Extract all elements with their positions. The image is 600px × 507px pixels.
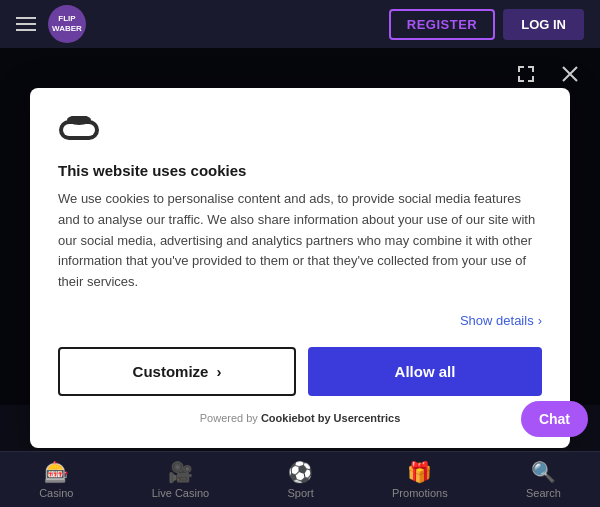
- casino-icon: 🎰: [44, 460, 69, 484]
- chat-button[interactable]: Chat: [521, 401, 588, 437]
- cookie-actions: Customize › Allow all: [58, 347, 542, 396]
- logo: FLIP WABER: [48, 5, 86, 43]
- cookie-title: This website uses cookies: [58, 162, 542, 179]
- svg-rect-1: [63, 124, 95, 136]
- cookie-overlay: This website uses cookies We use cookies…: [0, 48, 600, 451]
- show-details-link[interactable]: Show details ›: [460, 313, 542, 328]
- hamburger-menu[interactable]: [16, 17, 36, 31]
- nav-label-casino: Casino: [39, 487, 73, 499]
- nav-label-sport: Sport: [287, 487, 313, 499]
- show-details-container: Show details ›: [58, 311, 542, 329]
- overlay-icons: [512, 60, 584, 88]
- nav-item-sport[interactable]: ⚽ Sport: [287, 460, 313, 499]
- expand-icon[interactable]: [512, 60, 540, 88]
- nav-right: REGISTER LOG IN: [389, 9, 584, 40]
- promotions-icon: 🎁: [407, 460, 432, 484]
- allow-all-button[interactable]: Allow all: [308, 347, 542, 396]
- nav-label-search: Search: [526, 487, 561, 499]
- chevron-right-icon: ›: [538, 313, 542, 328]
- cookie-body: We use cookies to personalise content an…: [58, 189, 542, 293]
- nav-label-live-casino: Live Casino: [152, 487, 209, 499]
- live-casino-icon: 🎥: [168, 460, 193, 484]
- login-button[interactable]: LOG IN: [503, 9, 584, 40]
- chevron-right-icon: ›: [216, 363, 221, 380]
- nav-item-live-casino[interactable]: 🎥 Live Casino: [152, 460, 209, 499]
- customize-button[interactable]: Customize ›: [58, 347, 296, 396]
- nav-item-search[interactable]: 🔍 Search: [526, 460, 561, 499]
- cookie-brand-logo: [58, 116, 542, 148]
- nav-label-promotions: Promotions: [392, 487, 448, 499]
- nav-item-promotions[interactable]: 🎁 Promotions: [392, 460, 448, 499]
- cookiebot-icon: [58, 116, 100, 144]
- close-icon[interactable]: [556, 60, 584, 88]
- top-nav: FLIP WABER REGISTER LOG IN: [0, 0, 600, 48]
- sport-icon: ⚽: [288, 460, 313, 484]
- nav-item-casino[interactable]: 🎰 Casino: [39, 460, 73, 499]
- powered-by: Powered by Cookiebot by Usercentrics: [58, 412, 542, 424]
- bottom-nav: 🎰 Casino 🎥 Live Casino ⚽ Sport 🎁 Promoti…: [0, 451, 600, 507]
- main-content: This website uses cookies We use cookies…: [0, 48, 600, 451]
- search-icon: 🔍: [531, 460, 556, 484]
- nav-left: FLIP WABER: [16, 5, 86, 43]
- cookie-modal: This website uses cookies We use cookies…: [30, 88, 570, 448]
- register-button[interactable]: REGISTER: [389, 9, 495, 40]
